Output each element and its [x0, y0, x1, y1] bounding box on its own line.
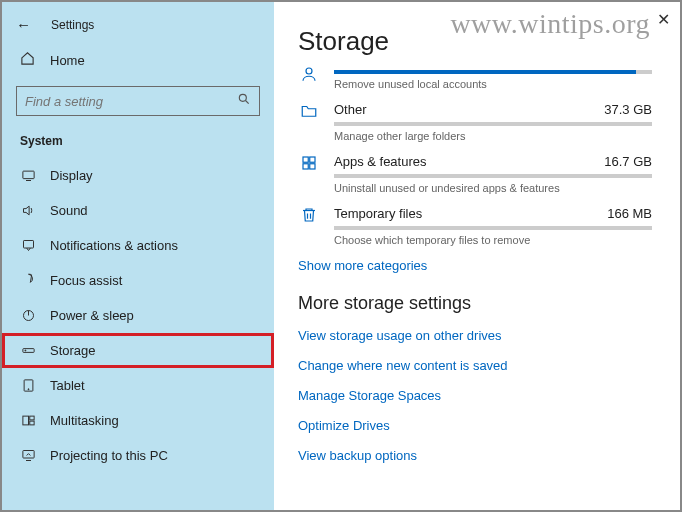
sidebar-item-label: Multitasking — [50, 413, 119, 428]
storage-category[interactable]: Other37.3 GB Manage other large folders — [298, 102, 652, 142]
sidebar-item-notifications[interactable]: Notifications & actions — [2, 228, 274, 263]
svg-rect-17 — [310, 157, 315, 162]
storage-bar — [334, 122, 652, 126]
link-optimize-drives[interactable]: Optimize Drives — [298, 418, 652, 433]
search-container[interactable] — [16, 86, 260, 116]
display-icon — [20, 168, 36, 183]
link-view-backup-options[interactable]: View backup options — [298, 448, 652, 463]
accounts-icon — [298, 65, 320, 83]
svg-rect-4 — [23, 241, 33, 249]
sidebar-group-system: System — [2, 128, 274, 158]
sidebar-item-storage[interactable]: Storage — [2, 333, 274, 368]
folder-icon — [298, 102, 320, 120]
show-more-link[interactable]: Show more categories — [298, 258, 652, 273]
power-icon — [20, 308, 36, 323]
search-input[interactable] — [25, 94, 237, 109]
svg-rect-11 — [22, 416, 28, 425]
sidebar-item-label: Display — [50, 168, 93, 183]
svg-point-15 — [306, 68, 312, 74]
storage-bar — [334, 70, 652, 74]
content-pane: Storage Remove unused local accounts Oth… — [274, 2, 680, 510]
page-title: Storage — [298, 26, 652, 57]
sidebar-item-tablet[interactable]: Tablet — [2, 368, 274, 403]
tablet-icon — [20, 378, 36, 393]
sidebar-item-label: Sound — [50, 203, 88, 218]
sound-icon — [20, 203, 36, 218]
category-name: Apps & features — [334, 154, 427, 169]
svg-line-1 — [246, 101, 249, 104]
sidebar-item-focus[interactable]: Focus assist — [2, 263, 274, 298]
svg-rect-16 — [303, 157, 308, 162]
category-name: Other — [334, 102, 367, 117]
sidebar-item-label: Notifications & actions — [50, 238, 178, 253]
sidebar-item-label: Tablet — [50, 378, 85, 393]
sidebar-home-label: Home — [50, 53, 85, 68]
more-settings-heading: More storage settings — [298, 293, 652, 314]
close-button[interactable]: ✕ — [657, 10, 670, 29]
svg-rect-19 — [310, 164, 315, 169]
svg-rect-2 — [22, 171, 33, 179]
sidebar-item-label: Projecting to this PC — [50, 448, 168, 463]
svg-point-8 — [24, 350, 25, 351]
storage-bar — [334, 174, 652, 178]
trash-icon — [298, 206, 320, 224]
sidebar-item-label: Focus assist — [50, 273, 122, 288]
notifications-icon — [20, 238, 36, 253]
category-name: Temporary files — [334, 206, 422, 221]
category-value: 16.7 GB — [604, 154, 652, 169]
storage-category[interactable]: Remove unused local accounts — [298, 65, 652, 90]
link-change-new-content[interactable]: Change where new content is saved — [298, 358, 652, 373]
category-desc: Remove unused local accounts — [334, 78, 652, 90]
apps-icon — [298, 154, 320, 172]
sidebar-item-power[interactable]: Power & sleep — [2, 298, 274, 333]
svg-rect-13 — [29, 421, 33, 425]
link-view-other-drives[interactable]: View storage usage on other drives — [298, 328, 652, 343]
sidebar-item-label: Storage — [50, 343, 96, 358]
link-manage-storage-spaces[interactable]: Manage Storage Spaces — [298, 388, 652, 403]
category-value: 37.3 GB — [604, 102, 652, 117]
category-desc: Manage other large folders — [334, 130, 652, 142]
category-value: 166 MB — [607, 206, 652, 221]
category-desc: Choose which temporary files to remove — [334, 234, 652, 246]
storage-bar — [334, 226, 652, 230]
sidebar-item-display[interactable]: Display — [2, 158, 274, 193]
window-title: Settings — [51, 18, 94, 32]
multitasking-icon — [20, 413, 36, 428]
storage-icon — [20, 343, 36, 358]
projecting-icon — [20, 448, 36, 463]
sidebar-item-sound[interactable]: Sound — [2, 193, 274, 228]
back-button[interactable]: ← — [16, 16, 31, 33]
svg-point-10 — [28, 389, 29, 390]
sidebar-item-multitasking[interactable]: Multitasking — [2, 403, 274, 438]
svg-point-0 — [239, 94, 246, 101]
storage-category[interactable]: Temporary files166 MB Choose which tempo… — [298, 206, 652, 246]
sidebar-item-label: Power & sleep — [50, 308, 134, 323]
search-icon — [237, 92, 251, 110]
sidebar-item-projecting[interactable]: Projecting to this PC — [2, 438, 274, 473]
svg-rect-18 — [303, 164, 308, 169]
storage-category[interactable]: Apps & features16.7 GB Uninstall unused … — [298, 154, 652, 194]
sidebar: ← Settings Home System Display — [2, 2, 274, 510]
focus-icon — [20, 273, 36, 288]
svg-rect-12 — [29, 416, 33, 420]
sidebar-home[interactable]: Home — [2, 43, 274, 78]
category-desc: Uninstall unused or undesired apps & fea… — [334, 182, 652, 194]
home-icon — [20, 51, 36, 70]
